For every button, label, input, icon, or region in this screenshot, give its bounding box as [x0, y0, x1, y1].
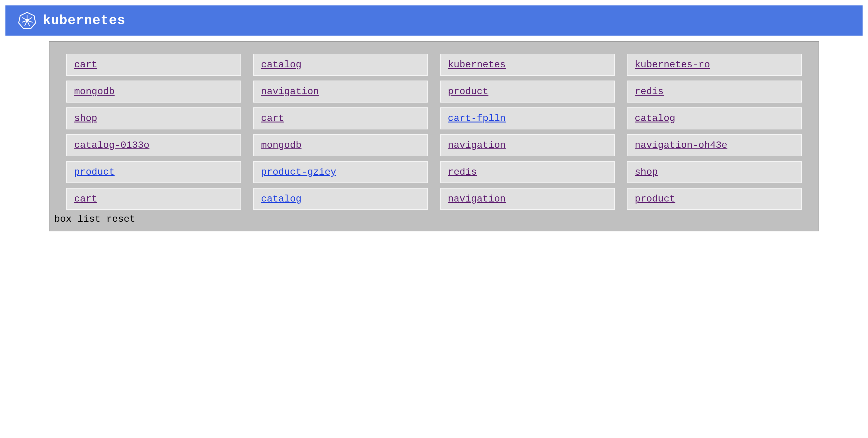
content-wrapper: cartcatalogkuberneteskubernetes-romongod… — [5, 41, 863, 231]
resource-link[interactable]: mongodb — [261, 140, 301, 151]
resource-link[interactable]: mongodb — [74, 86, 115, 97]
logo-container: kubernetes — [18, 11, 125, 30]
resource-link[interactable]: navigation-oh43e — [635, 140, 727, 151]
resource-link[interactable]: cart — [74, 193, 97, 205]
resource-card[interactable]: cart — [253, 107, 428, 129]
resource-card[interactable]: catalog — [253, 188, 428, 210]
resource-link[interactable]: navigation — [261, 86, 319, 97]
app-header: kubernetes — [5, 5, 863, 36]
resource-card[interactable]: catalog — [253, 54, 428, 76]
resource-link[interactable]: redis — [448, 167, 477, 178]
resource-card[interactable]: mongodb — [253, 134, 428, 156]
resource-card[interactable]: mongodb — [66, 81, 241, 103]
resource-card[interactable]: kubernetes — [440, 54, 615, 76]
resource-link[interactable]: catalog — [261, 59, 301, 70]
resource-card[interactable]: shop — [627, 161, 802, 183]
resource-link[interactable]: cart — [74, 59, 97, 70]
resource-link[interactable]: product — [74, 167, 115, 178]
resource-grid: cartcatalogkuberneteskubernetes-romongod… — [66, 54, 802, 210]
resource-card[interactable]: cart-fplln — [440, 107, 615, 129]
resource-card[interactable]: product-gziey — [253, 161, 428, 183]
resource-card[interactable]: navigation — [440, 188, 615, 210]
svg-line-8 — [22, 18, 27, 21]
resource-link[interactable]: navigation — [448, 193, 506, 205]
svg-line-3 — [27, 18, 32, 21]
resource-card[interactable]: kubernetes-ro — [627, 54, 802, 76]
resource-card[interactable]: product — [627, 188, 802, 210]
resource-link[interactable]: shop — [635, 167, 658, 178]
kubernetes-logo-icon — [18, 11, 37, 30]
resource-card[interactable]: navigation — [440, 134, 615, 156]
resource-link[interactable]: redis — [635, 86, 664, 97]
resource-card[interactable]: cart — [66, 188, 241, 210]
resource-card[interactable]: redis — [440, 161, 615, 183]
resource-link[interactable]: catalog — [635, 113, 675, 124]
resource-link[interactable]: product — [635, 193, 675, 205]
resource-link[interactable]: catalog — [261, 193, 301, 205]
resource-link[interactable]: product — [448, 86, 488, 97]
resource-card[interactable]: redis — [627, 81, 802, 103]
resource-card[interactable]: product — [66, 161, 241, 183]
resource-card[interactable]: navigation-oh43e — [627, 134, 802, 156]
resource-link[interactable]: catalog-0133o — [74, 140, 150, 151]
resource-link[interactable]: kubernetes — [448, 59, 506, 70]
resource-card[interactable]: shop — [66, 107, 241, 129]
resource-card[interactable]: catalog — [627, 107, 802, 129]
resource-link[interactable]: cart-fplln — [448, 113, 506, 124]
resource-card[interactable]: catalog-0133o — [66, 134, 241, 156]
resource-link[interactable]: kubernetes-ro — [635, 59, 710, 70]
resource-card[interactable]: cart — [66, 54, 241, 76]
resource-link[interactable]: cart — [261, 113, 284, 124]
status-text: box list reset — [54, 213, 802, 225]
brand-title: kubernetes — [43, 13, 125, 28]
resource-link[interactable]: navigation — [448, 140, 506, 151]
resource-card[interactable]: navigation — [253, 81, 428, 103]
resource-link[interactable]: product-gziey — [261, 167, 336, 178]
resource-link[interactable]: shop — [74, 113, 97, 124]
resource-card[interactable]: product — [440, 81, 615, 103]
main-panel: cartcatalogkuberneteskubernetes-romongod… — [49, 41, 819, 231]
